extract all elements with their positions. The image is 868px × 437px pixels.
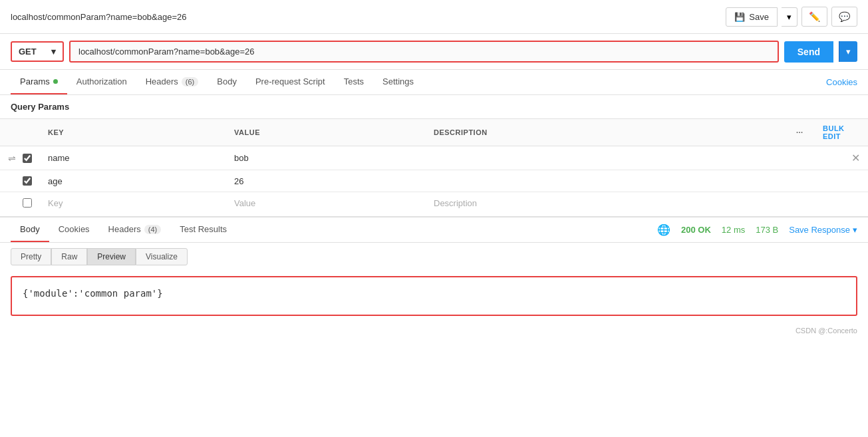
status-info: 🌐 200 OK 12 ms 173 B Save Response ▾ bbox=[657, 223, 857, 236]
resp-tab-cookies-label: Cookies bbox=[59, 224, 90, 234]
tab-body[interactable]: Body bbox=[208, 70, 246, 94]
row1-value[interactable]: bob bbox=[226, 146, 426, 170]
col-handle-header bbox=[0, 119, 40, 146]
col-value-header: VALUE bbox=[226, 119, 426, 146]
params-table: KEY VALUE DESCRIPTION ··· Bulk Edit ⇌ na… bbox=[0, 118, 868, 214]
tab-authorization[interactable]: Authorization bbox=[67, 70, 136, 94]
response-size: 173 B bbox=[756, 225, 778, 235]
empty-bulk bbox=[815, 192, 868, 214]
sort-icon: ⇌ bbox=[8, 153, 16, 164]
request-tabs-bar: Params Authorization Headers (6) Body Pr… bbox=[0, 70, 868, 95]
col-more-header: ··· bbox=[788, 119, 815, 146]
table-row-empty: ⇌ Key Value Description bbox=[0, 192, 868, 214]
col-desc-header: DESCRIPTION bbox=[426, 119, 788, 146]
response-body: {'module':'common param'} bbox=[11, 276, 857, 316]
resp-tab-headers[interactable]: Headers (4) bbox=[99, 218, 171, 242]
method-chevron-icon: ▾ bbox=[51, 47, 56, 57]
tab-tests[interactable]: Tests bbox=[335, 70, 373, 94]
view-tab-preview[interactable]: Preview bbox=[87, 248, 136, 265]
view-tab-raw[interactable]: Raw bbox=[51, 248, 87, 265]
tab-tests-label: Tests bbox=[344, 76, 364, 86]
cookies-link[interactable]: Cookies bbox=[826, 71, 857, 94]
section-header: Query Params bbox=[0, 95, 868, 118]
table-row: ⇌ age 26 bbox=[0, 170, 868, 192]
row2-handle: ⇌ bbox=[0, 170, 40, 192]
watermark: CSDN @:Concerto bbox=[0, 321, 868, 340]
resp-tab-body-label: Body bbox=[20, 224, 40, 234]
bulk-edit-label[interactable]: Bulk Edit bbox=[823, 124, 845, 140]
table-row: ⇌ name bob ✕ bbox=[0, 146, 868, 170]
save-icon: 💾 bbox=[734, 12, 745, 22]
row1-key[interactable]: name bbox=[40, 146, 226, 170]
send-button[interactable]: Send bbox=[784, 41, 833, 63]
tab-pre-request-label: Pre-request Script bbox=[255, 76, 325, 86]
save-response-button[interactable]: Save Response ▾ bbox=[789, 225, 857, 235]
save-response-label: Save Response bbox=[789, 225, 850, 235]
tab-authorization-label: Authorization bbox=[76, 76, 127, 86]
row2-checkbox[interactable] bbox=[23, 176, 32, 186]
resp-tab-test-results-label: Test Results bbox=[180, 224, 227, 234]
response-body-content: {'module':'common param'} bbox=[23, 288, 163, 299]
resp-tab-body[interactable]: Body bbox=[11, 218, 49, 242]
view-tab-pretty[interactable]: Pretty bbox=[11, 248, 51, 265]
url-bar: GET ▾ Send ▾ bbox=[0, 34, 868, 70]
row2-key[interactable]: age bbox=[40, 170, 226, 192]
view-tab-visualize[interactable]: Visualize bbox=[136, 248, 188, 265]
row2-value[interactable]: 26 bbox=[226, 170, 426, 192]
resp-headers-badge: (4) bbox=[144, 225, 161, 234]
tab-settings[interactable]: Settings bbox=[373, 70, 423, 94]
response-tabs-bar: Body Cookies Headers (4) Test Results 🌐 … bbox=[0, 216, 868, 243]
resp-tab-headers-label: Headers bbox=[108, 224, 141, 234]
row1-description[interactable] bbox=[426, 146, 788, 170]
col-bulk-header: Bulk Edit bbox=[815, 119, 868, 146]
view-tabs-bar: Pretty Raw Preview Visualize bbox=[0, 243, 868, 271]
tab-pre-request[interactable]: Pre-request Script bbox=[246, 70, 335, 94]
request-title: localhost/commonParam?name=bob&age=26 bbox=[11, 12, 187, 22]
remove-icon[interactable]: ✕ bbox=[851, 152, 860, 164]
top-bar-actions: 💾 Save ▾ ✏️ 💬 bbox=[726, 7, 857, 27]
empty-key[interactable]: Key bbox=[40, 192, 226, 214]
tab-body-label: Body bbox=[217, 76, 237, 86]
comment-icon-button[interactable]: 💬 bbox=[831, 7, 857, 27]
tab-headers[interactable]: Headers (6) bbox=[136, 70, 208, 94]
tab-settings-label: Settings bbox=[382, 76, 414, 86]
row2-more bbox=[788, 170, 815, 192]
row1-checkbox[interactable] bbox=[23, 154, 32, 163]
method-label: GET bbox=[19, 47, 37, 57]
row1-handle: ⇌ bbox=[0, 146, 40, 170]
row2-description[interactable] bbox=[426, 170, 788, 192]
save-button[interactable]: 💾 Save bbox=[726, 7, 778, 27]
save-label: Save bbox=[749, 12, 769, 22]
globe-icon: 🌐 bbox=[657, 223, 670, 236]
method-select[interactable]: GET ▾ bbox=[11, 41, 64, 62]
row1-more bbox=[788, 146, 815, 170]
row2-remove bbox=[815, 170, 868, 192]
tab-params-label: Params bbox=[20, 76, 50, 86]
empty-more bbox=[788, 192, 815, 214]
save-dropdown-button[interactable]: ▾ bbox=[782, 7, 797, 27]
empty-description[interactable]: Description bbox=[426, 192, 788, 214]
status-ok: 200 OK bbox=[681, 225, 711, 235]
send-dropdown-button[interactable]: ▾ bbox=[839, 41, 857, 62]
top-bar: localhost/commonParam?name=bob&age=26 💾 … bbox=[0, 0, 868, 34]
tab-headers-label: Headers bbox=[146, 76, 178, 86]
headers-badge: (6) bbox=[182, 77, 198, 86]
params-dot bbox=[53, 79, 58, 84]
edit-icon-button[interactable]: ✏️ bbox=[801, 7, 827, 27]
empty-handle: ⇌ bbox=[0, 192, 40, 214]
tab-params[interactable]: Params bbox=[11, 70, 67, 94]
col-key-header: KEY bbox=[40, 119, 226, 146]
empty-checkbox[interactable] bbox=[23, 198, 32, 208]
url-input[interactable] bbox=[69, 41, 779, 63]
response-time: 12 ms bbox=[722, 225, 745, 235]
save-response-chevron-icon: ▾ bbox=[853, 225, 857, 235]
empty-value[interactable]: Value bbox=[226, 192, 426, 214]
row1-remove[interactable]: ✕ bbox=[815, 146, 868, 170]
resp-tab-cookies[interactable]: Cookies bbox=[49, 218, 99, 242]
resp-tab-test-results[interactable]: Test Results bbox=[170, 218, 236, 242]
